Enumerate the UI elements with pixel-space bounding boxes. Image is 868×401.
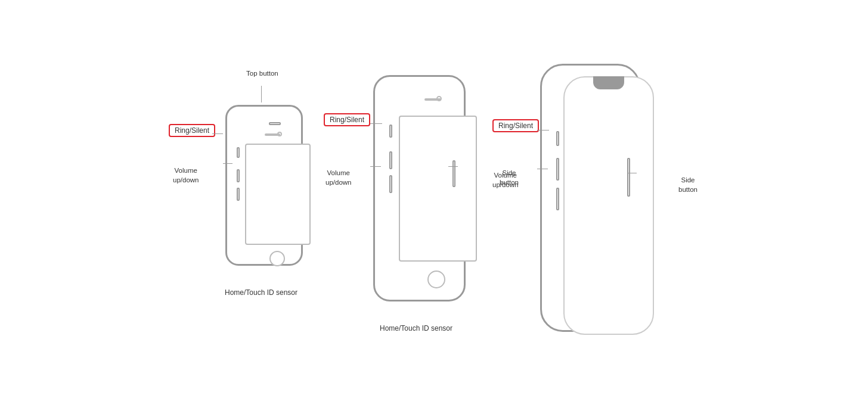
- phone-se-wrapper: Top button Ring/Silent Vo: [213, 87, 309, 297]
- large-screen: [563, 76, 654, 335]
- se-screen: [245, 144, 311, 245]
- med-camera: [436, 96, 442, 101]
- large-ring-switch: [556, 131, 559, 146]
- se-top-btn: [269, 122, 281, 125]
- phone-med-wrapper: Ring/Silent Volume up/down Side button H…: [356, 69, 476, 332]
- med-ring-switch: [389, 125, 392, 138]
- large-vol-line: [537, 169, 548, 169]
- se-vol-label: Volume up/down: [173, 157, 199, 185]
- top-button-label: Top button: [246, 69, 278, 79]
- se-vol-up: [237, 169, 240, 182]
- large-side-label: Side button: [678, 167, 698, 195]
- med-ring-line: [370, 123, 382, 124]
- se-camera: [277, 132, 282, 136]
- med-side-btn: [452, 160, 455, 187]
- phone-med: Ring/Silent Volume up/down Side button: [356, 69, 476, 319]
- large-ring-line: [537, 130, 549, 130]
- large-side-line: [627, 173, 637, 173]
- se-home-label: Home/Touch ID sensor: [225, 288, 297, 297]
- large-vol-down: [556, 188, 559, 210]
- large-ring-badge: Ring/Silent: [492, 119, 539, 132]
- phone-large: Ring/Silent Volume up/down Side button: [523, 58, 655, 344]
- large-vol-up: [556, 158, 559, 181]
- med-vol-line: [370, 166, 381, 167]
- med-vol-down: [389, 175, 392, 193]
- se-home-btn: [269, 251, 285, 266]
- med-ring-badge: Ring/Silent: [324, 113, 370, 126]
- med-side-line: [448, 166, 458, 167]
- se-ring-line: [212, 133, 223, 134]
- med-home-btn: [427, 271, 445, 288]
- phone-se: Top button Ring/Silent Vo: [213, 87, 309, 284]
- med-home-label: Home/Touch ID sensor: [380, 324, 452, 332]
- diagram-container: Top button Ring/Silent Vo: [0, 46, 868, 356]
- med-vol-up: [389, 151, 392, 169]
- large-body: [540, 64, 640, 332]
- se-vol-down: [237, 188, 240, 201]
- med-vol-label: Volume up/down: [326, 160, 351, 188]
- se-body: [225, 105, 303, 266]
- phone-large-wrapper: Ring/Silent Volume up/down Side button: [523, 58, 655, 344]
- se-vol-line: [223, 163, 232, 164]
- top-btn-line: [261, 86, 262, 102]
- large-vol-label: Volume up/down: [492, 162, 518, 190]
- large-notch: [593, 76, 624, 89]
- se-ring-switch: [237, 147, 240, 158]
- large-side-btn: [627, 158, 630, 197]
- med-body: [373, 75, 466, 301]
- med-screen: [399, 116, 477, 262]
- se-ring-badge: Ring/Silent: [169, 124, 215, 137]
